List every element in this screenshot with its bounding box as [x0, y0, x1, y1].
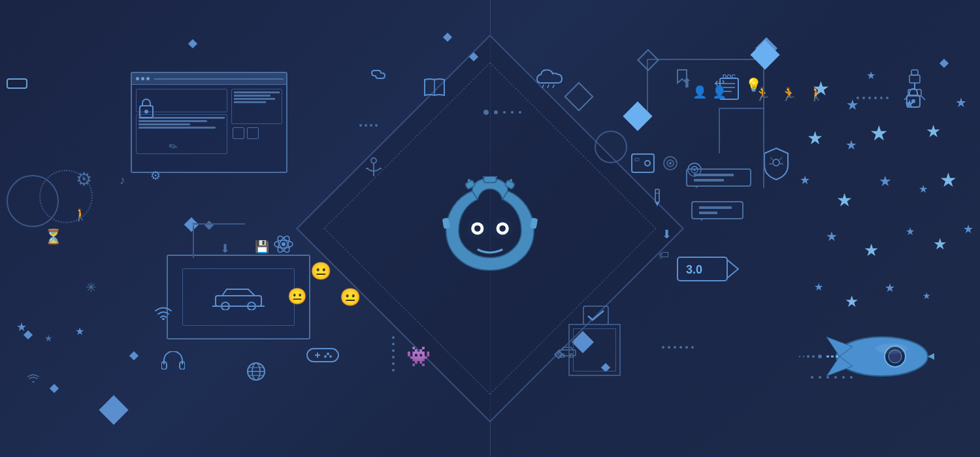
wifi-icon	[155, 306, 172, 323]
svg-point-50	[669, 162, 672, 165]
editor-titlebar	[132, 73, 286, 85]
star-3: ★	[866, 69, 875, 82]
svg-line-56	[779, 157, 782, 160]
svg-text:C!: C!	[634, 157, 640, 163]
bookmark-icon	[676, 69, 688, 87]
editor-dot-3	[146, 77, 150, 80]
star-5: ★	[845, 137, 857, 153]
svg-marker-60	[727, 260, 738, 278]
star-14: ★	[939, 168, 957, 191]
editor-dot-2	[141, 77, 144, 80]
svg-line-87	[904, 96, 908, 100]
robot-arm-icon	[902, 69, 928, 104]
person-icon-2: 👤	[693, 85, 707, 99]
shield-icon	[762, 147, 791, 183]
sun-icon: ✳	[86, 279, 97, 295]
cloud-icon	[536, 69, 564, 91]
connector-h-1	[193, 223, 245, 225]
svg-point-79	[371, 158, 376, 163]
star-11: ★	[836, 189, 853, 211]
gamepad-icon	[306, 345, 340, 368]
person-icon-1: 👤	[712, 85, 727, 99]
wifi-small-icon	[27, 373, 39, 385]
emoji-face-1: 😐	[310, 261, 331, 281]
svg-point-73	[799, 356, 801, 358]
svg-line-55	[770, 157, 773, 160]
star-12: ★	[879, 173, 892, 190]
dots-row-1	[483, 110, 521, 115]
star-l2: ★	[44, 333, 53, 343]
svg-line-75	[542, 85, 544, 88]
wrench-icon: ⚙	[150, 168, 161, 183]
star-16: ★	[864, 240, 879, 260]
svg-rect-86	[908, 89, 921, 96]
star-l3: ★	[75, 325, 84, 338]
person-small-1: 🚶	[73, 208, 88, 222]
svg-point-7	[499, 225, 506, 232]
code-icon: C!	[631, 153, 655, 176]
target-1	[662, 155, 678, 174]
star-20: ★	[814, 281, 823, 293]
emoji-face-3: 😐	[287, 287, 307, 306]
svg-rect-8	[483, 176, 496, 183]
svg-point-44	[645, 161, 650, 166]
editor-dot-1	[136, 77, 139, 80]
svg-text:3.0: 3.0	[686, 263, 702, 276]
svg-rect-65	[583, 306, 608, 324]
star-1: ★	[812, 77, 830, 100]
star-l1: ★	[16, 320, 27, 334]
svg-point-21	[327, 353, 329, 355]
node-hline-2	[719, 108, 764, 109]
music-note-icon: ♪	[120, 174, 125, 187]
svg-point-23	[324, 355, 327, 358]
star-17: ★	[906, 225, 915, 238]
rocket-icon	[791, 324, 934, 392]
star-4: ★	[807, 127, 823, 149]
star-6: ★	[870, 121, 889, 146]
hourglass-icon: ⏳	[44, 228, 62, 245]
rocket-dots-trail	[811, 376, 853, 379]
svg-line-77	[553, 85, 554, 88]
tag-icon: 🏷	[659, 249, 669, 261]
star-15: ★	[826, 228, 838, 244]
svg-rect-45	[655, 189, 659, 202]
node-vline-4	[719, 108, 720, 153]
svg-point-70	[812, 355, 815, 358]
globe-icon	[246, 362, 266, 384]
svg-rect-18	[307, 349, 338, 362]
star-23: ★	[923, 291, 931, 301]
svg-point-22	[329, 355, 332, 358]
svg-rect-84	[909, 75, 920, 83]
dots-horiz-1	[359, 124, 378, 127]
star-22: ★	[885, 281, 895, 295]
circle-decoration-right	[595, 131, 627, 163]
lock-icon	[137, 97, 155, 123]
tagline-badge	[7, 78, 27, 89]
lightbulb-icon: 💡	[745, 77, 762, 93]
godot-logo	[438, 176, 542, 281]
star-9: ★	[955, 95, 967, 110]
svg-point-74	[875, 343, 908, 354]
svg-point-69	[818, 355, 822, 358]
star-2: ★	[846, 97, 859, 114]
dots-horiz-2	[662, 346, 694, 349]
svg-point-17	[144, 110, 148, 114]
svg-point-72	[803, 356, 805, 358]
anchor-icon	[365, 157, 383, 180]
svg-point-31	[162, 318, 165, 320]
headphones-icon	[161, 351, 185, 372]
svg-point-32	[282, 242, 286, 246]
pen-icon	[653, 188, 661, 210]
version-flag: 3.0	[676, 256, 742, 291]
dots-vertical	[392, 336, 395, 371]
node-hline-1	[647, 59, 764, 60]
star-13: ★	[919, 183, 928, 195]
connector-v-1	[193, 225, 194, 258]
emoji-face-2: 😐	[340, 287, 361, 307]
star-19: ★	[963, 222, 973, 236]
star-21: ★	[845, 292, 859, 311]
node-vline-3	[763, 110, 764, 188]
svg-point-6	[474, 225, 481, 232]
star-8: ★	[926, 121, 941, 142]
svg-rect-83	[911, 70, 918, 75]
